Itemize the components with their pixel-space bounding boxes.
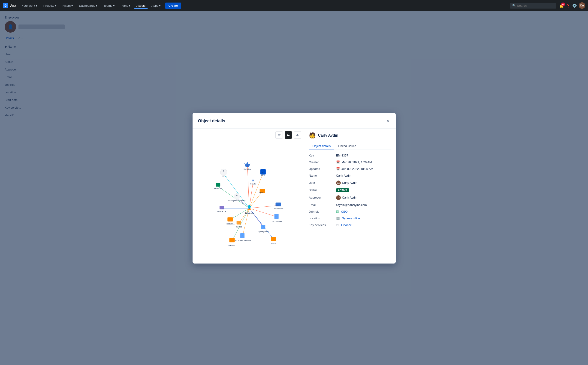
svg-line-9 [249, 182, 253, 208]
field-jobrole-label: Job role [309, 210, 334, 213]
nav-dashboards[interactable]: Dashboards ▾ [77, 3, 100, 9]
svg-rect-47 [237, 221, 241, 225]
svg-rect-57 [271, 237, 276, 241]
svg-text:CEO: CEO [261, 175, 265, 177]
modal-overlay[interactable]: Object details × [0, 11, 588, 365]
field-status-value: ACTIVE [336, 188, 391, 192]
svg-rect-53 [240, 233, 244, 238]
chevron-down-icon: ▾ [71, 4, 73, 7]
svg-text:MT37485AM: MT37485AM [274, 207, 283, 210]
calendar-icon: 📅 [336, 161, 340, 164]
svg-text:Vac - Typhoid: Vac - Typhoid [271, 220, 282, 222]
notifications-icon[interactable]: 🔔 9+ [559, 3, 564, 8]
search-icon: 🔍 [512, 4, 516, 7]
svg-rect-0 [3, 3, 8, 8]
svg-text:Finance: Finance [221, 175, 226, 177]
jira-logo[interactable]: Jira [3, 3, 16, 8]
help-icon[interactable]: ❓ [566, 3, 570, 8]
svg-line-10 [249, 191, 262, 208]
notification-badge: 9+ [561, 3, 565, 6]
field-created-label: Created [309, 161, 334, 164]
check-icon: ☑ [336, 210, 339, 213]
modal-title: Object details [198, 119, 225, 123]
person-header: 🧑 Carly Aydin [309, 132, 391, 139]
filter-button[interactable] [275, 131, 283, 139]
field-location: Location 🏢 Sydney office [309, 217, 391, 220]
person-emoji-icon: 🧑 [309, 132, 316, 139]
field-key-label: Key [309, 154, 334, 157]
field-keyservices-value[interactable]: ⚙ Finance [336, 223, 391, 227]
nav-apps[interactable]: Apps ▾ [149, 3, 163, 9]
field-updated-value: 📅 Jun 09, 2022, 10:05 AM [336, 167, 391, 171]
user-avatar-small: CA [336, 181, 341, 185]
lock-button[interactable] [285, 131, 292, 139]
svg-text:Marketing: Marketing [243, 168, 251, 170]
field-updated: Updated 📅 Jun 09, 2022, 10:05 AM [309, 167, 391, 171]
calendar-icon: 📅 [336, 167, 340, 171]
field-keyservices: Key services ⚙ Finance [309, 223, 391, 227]
field-key-value: EM-8357 [336, 154, 391, 157]
svg-line-8 [218, 186, 249, 208]
chevron-down-icon: ▾ [159, 4, 161, 7]
tab-linked-issues[interactable]: Linked issues [334, 142, 360, 150]
field-location-value[interactable]: 🏢 Sydney office [336, 217, 391, 220]
relationship-graph[interactable]: ⚙ Finance Marketing ✓ CEO MP0 [195, 140, 301, 261]
field-user: User CA Carly Aydin [309, 181, 391, 185]
svg-text:i-0f03e2...: i-0f03e2... [228, 244, 236, 246]
svg-text:Sydney office: Sydney office [258, 231, 269, 232]
close-button[interactable]: × [385, 117, 390, 125]
search-input[interactable] [517, 4, 554, 7]
nav-your-work[interactable]: Your work ▾ [19, 3, 40, 9]
svg-line-5 [223, 174, 249, 208]
svg-text:⚙: ⚙ [236, 194, 237, 196]
nav-assets[interactable]: Assets [134, 3, 148, 9]
svg-rect-29 [216, 183, 220, 187]
field-jobrole-value[interactable]: ☑ CEO [336, 210, 391, 213]
object-details-modal: Object details × [193, 113, 396, 264]
nav-plans[interactable]: Plans ▾ [118, 3, 133, 9]
svg-rect-39 [219, 206, 224, 209]
svg-rect-45 [227, 217, 233, 221]
field-key: Key EM-8357 [309, 154, 391, 157]
svg-rect-41 [275, 203, 281, 206]
svg-text:MP06S20: MP06S20 [214, 188, 222, 190]
export-button[interactable] [294, 131, 301, 139]
svg-rect-51 [261, 225, 265, 229]
search-bar[interactable]: 🔍 [510, 3, 556, 8]
person-name: Carly Aydin [318, 133, 338, 138]
create-button[interactable]: Create [165, 3, 181, 9]
nav-teams[interactable]: Teams ▾ [101, 3, 117, 9]
field-name-label: Name [309, 174, 334, 177]
svg-rect-49 [274, 214, 278, 219]
svg-text:Key 001: Key 001 [236, 226, 242, 228]
svg-point-43 [248, 205, 251, 208]
graph-toolbar [195, 131, 301, 139]
field-email: Email caydin@banclyinc.com [309, 203, 391, 207]
field-name-value: Carly Aydin [336, 174, 391, 177]
svg-rect-55 [229, 238, 235, 242]
nav-right-icons: 🔔 9+ ❓ ⚙️ CA [559, 2, 585, 9]
settings-icon[interactable]: ⚙️ [572, 3, 577, 8]
chevron-down-icon: ▾ [55, 4, 57, 7]
user-avatar[interactable]: CA [579, 2, 585, 9]
svg-text:MP01IP11P: MP01IP11P [217, 210, 226, 212]
nav-projects[interactable]: Projects ▾ [41, 3, 59, 9]
svg-text:✓: ✓ [262, 171, 264, 173]
field-name: Name Carly Aydin [309, 174, 391, 177]
graph-panel: ⚙ Finance Marketing ✓ CEO MP0 [193, 128, 304, 264]
chevron-down-icon: ▾ [113, 4, 115, 7]
svg-text:C-suite: C-suite [250, 183, 256, 185]
field-approver-value: CA Carly Aydin [336, 195, 391, 200]
chevron-down-icon: ▾ [36, 4, 37, 7]
field-jobrole: Job role ☑ CEO [309, 210, 391, 213]
nav-filters[interactable]: Filters ▾ [60, 3, 75, 9]
field-email-value: caydin@banclyinc.com [336, 203, 391, 207]
share-icon: ⚙ [336, 223, 339, 227]
tab-object-details[interactable]: Object details [309, 142, 335, 150]
field-approver: Approver CA Carly Aydin [309, 195, 391, 200]
approver-avatar-small: CA [336, 195, 341, 200]
details-tabs: Object details Linked issues [309, 142, 391, 150]
details-panel: 🧑 Carly Aydin Object details Linked issu… [304, 128, 396, 264]
field-status: Status ACTIVE [309, 188, 391, 192]
chevron-down-icon: ▾ [96, 4, 97, 7]
